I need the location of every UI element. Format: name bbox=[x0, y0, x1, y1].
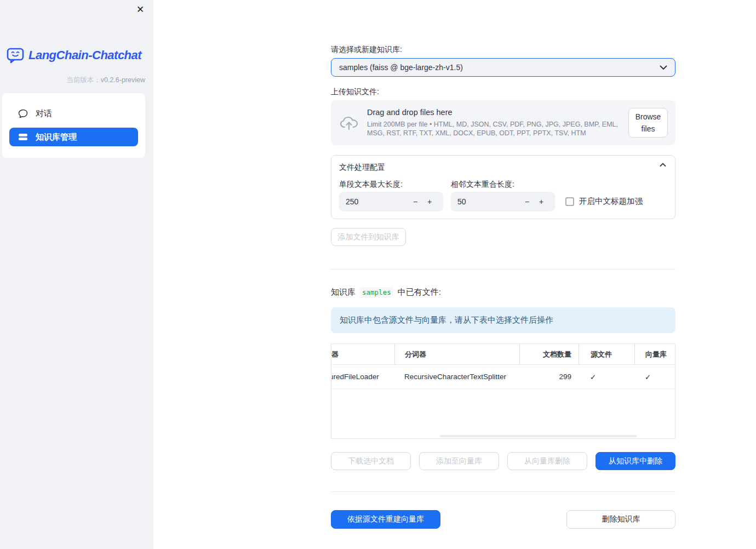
chunk-size-label: 单段文本最大长度: bbox=[339, 180, 403, 190]
zh-title-enhance-checkbox-row[interactable]: 开启中文标题加强 bbox=[565, 196, 643, 207]
plus-button[interactable]: + bbox=[422, 197, 437, 206]
chunk-size-stepper[interactable]: 250 − + bbox=[339, 192, 443, 211]
kb-files-table: 器 分词器 文档数量 源文件 向量库 uredFileLoader Recurs… bbox=[331, 344, 675, 439]
cell-vector-store-check: ✓ bbox=[634, 365, 675, 388]
info-banner: 知识库中包含源文件与向量库，请从下表中选择文件后操作 bbox=[331, 307, 675, 333]
cell-doc-count: 299 bbox=[519, 365, 579, 388]
logo: LangChain-Chatchat bbox=[7, 47, 141, 64]
info-banner-text: 知识库中包含源文件与向量库，请从下表中选择文件后操作 bbox=[340, 315, 553, 325]
chunk-overlap-label: 相邻文本重合长度: bbox=[451, 180, 514, 190]
sidebar-item-chat[interactable]: 对话 bbox=[9, 104, 138, 123]
sidebar-item-kb-management[interactable]: 知识库管理 bbox=[9, 128, 138, 146]
chunk-overlap-stepper[interactable]: 50 − + bbox=[451, 192, 555, 211]
chat-bubble-icon bbox=[18, 109, 28, 118]
cell-splitter: RecursiveCharacterTextSplitter bbox=[394, 365, 519, 388]
plus-button[interactable]: + bbox=[534, 197, 548, 206]
checkbox-unchecked-icon[interactable] bbox=[565, 197, 574, 206]
minus-button[interactable]: − bbox=[408, 197, 422, 206]
chevron-down-icon bbox=[660, 65, 667, 70]
col-loader-header: 器 bbox=[331, 344, 394, 364]
upload-limit-text: Limit 200MB per file • HTML, MD, JSON, C… bbox=[367, 120, 623, 138]
file-dropzone[interactable]: Drag and drop files here Limit 200MB per… bbox=[331, 100, 675, 145]
main-content: 请选择或新建知识库: samples (faiss @ bge-large-zh… bbox=[331, 0, 675, 549]
chunk-size-value[interactable]: 250 bbox=[346, 197, 408, 206]
kb-line-prefix: 知识库 bbox=[331, 287, 356, 298]
version-value: v0.2.6-preview bbox=[101, 76, 145, 84]
knowledge-base-icon bbox=[18, 133, 28, 141]
sidebar-item-label: 对话 bbox=[36, 108, 52, 119]
add-files-to-kb-button[interactable]: 添加文件到知识库 bbox=[331, 228, 406, 246]
drag-drop-text: Drag and drop files here bbox=[367, 108, 623, 117]
version-info: 当前版本：v0.2.6-preview bbox=[66, 76, 145, 85]
uploader-texts: Drag and drop files here Limit 200MB per… bbox=[367, 108, 628, 138]
col-vector-store-header: 向量库 bbox=[634, 344, 675, 364]
table-horizontal-scrollbar[interactable] bbox=[440, 435, 637, 437]
col-source-file-header: 源文件 bbox=[579, 344, 634, 364]
download-selected-button[interactable]: 下载选中文档 bbox=[331, 452, 411, 470]
kb-select-value: samples (faiss @ bge-large-zh-v1.5) bbox=[339, 63, 660, 72]
kb-select-dropdown[interactable]: samples (faiss @ bge-large-zh-v1.5) bbox=[331, 58, 675, 77]
version-label: 当前版本： bbox=[66, 76, 101, 84]
table-header-row: 器 分词器 文档数量 源文件 向量库 bbox=[331, 344, 675, 365]
minus-button[interactable]: − bbox=[520, 197, 534, 206]
cell-source-file-check: ✓ bbox=[579, 365, 634, 388]
chevron-up-icon[interactable] bbox=[660, 163, 666, 167]
kb-line-suffix: 中已有文件: bbox=[398, 287, 441, 298]
close-sidebar-icon[interactable]: ✕ bbox=[134, 3, 146, 15]
divider bbox=[331, 269, 675, 270]
delete-kb-button[interactable]: 删除知识库 bbox=[566, 510, 675, 529]
cloud-upload-icon bbox=[340, 115, 358, 130]
zh-title-enhance-label: 开启中文标题加强 bbox=[579, 196, 643, 207]
kb-name-code: samples bbox=[360, 287, 393, 298]
cell-loader: uredFileLoader bbox=[331, 365, 394, 388]
divider bbox=[331, 491, 675, 492]
delete-from-kb-button[interactable]: 从知识库中删除 bbox=[595, 452, 675, 470]
upload-label: 上传知识文件: bbox=[331, 87, 379, 97]
sidebar-nav: 对话 知识库管理 bbox=[2, 93, 145, 158]
kb-files-heading: 知识库 samples 中已有文件: bbox=[331, 287, 441, 298]
file-processing-config: 文件处理配置 单段文本最大长度: 相邻文本重合长度: 250 − + 50 − … bbox=[331, 155, 675, 219]
add-to-vector-store-button[interactable]: 添加至向量库 bbox=[419, 452, 499, 470]
rebuild-vector-store-button[interactable]: 依据源文件重建向量库 bbox=[331, 510, 440, 529]
app-window: ✕ LangChain-Chatchat 当前版本：v0.2.6-preview… bbox=[0, 0, 756, 549]
table-row[interactable]: uredFileLoader RecursiveCharacterTextSpl… bbox=[331, 365, 675, 389]
chat-smiley-logo-icon bbox=[7, 47, 24, 64]
logo-text: LangChain-Chatchat bbox=[28, 48, 141, 62]
sidebar: ✕ LangChain-Chatchat 当前版本：v0.2.6-preview… bbox=[0, 0, 153, 549]
chunk-overlap-value[interactable]: 50 bbox=[457, 197, 520, 206]
delete-from-vector-store-button[interactable]: 从向量库删除 bbox=[507, 452, 587, 470]
browse-files-button[interactable]: Browse files bbox=[628, 108, 668, 138]
col-doc-count-header: 文档数量 bbox=[519, 344, 579, 364]
config-title: 文件处理配置 bbox=[339, 163, 385, 173]
sidebar-item-label: 知识库管理 bbox=[36, 132, 77, 142]
kb-select-label: 请选择或新建知识库: bbox=[331, 45, 402, 55]
col-splitter-header: 分词器 bbox=[394, 344, 519, 364]
